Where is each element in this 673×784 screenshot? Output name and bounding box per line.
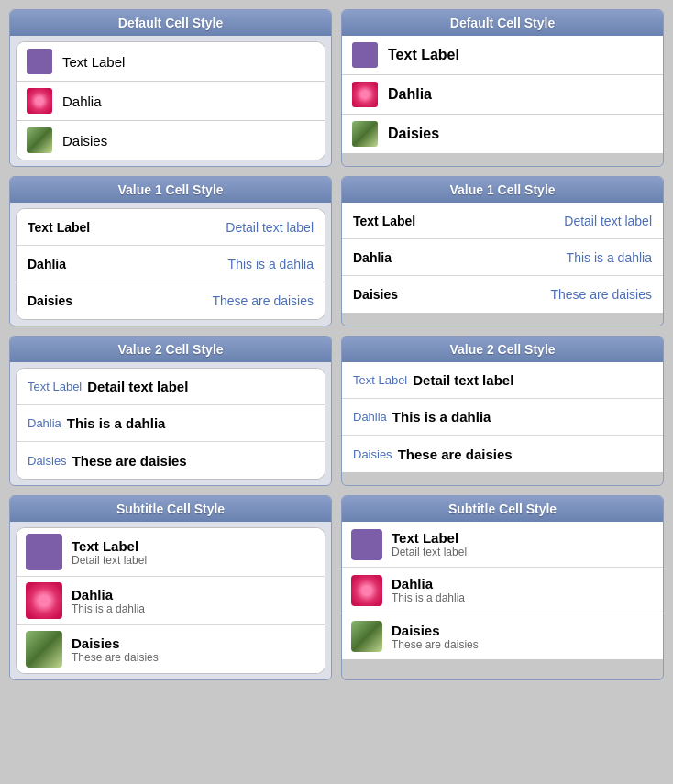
cell-label: Daisies xyxy=(388,126,439,142)
subtitle-right-body: Text Label Detail text label Dahlia This… xyxy=(342,522,663,659)
cell-detail: This is a dahlia xyxy=(228,257,314,271)
subtitle-right-header: Subtitle Cell Style xyxy=(342,496,663,522)
cell-label: Dahlia xyxy=(28,257,66,271)
table-row[interactable]: Daisies These are daisies xyxy=(17,625,325,673)
default-left-body: Text Label Dahlia Daisies xyxy=(10,36,331,166)
cell-detail: These are daisies xyxy=(212,293,314,308)
table-row[interactable]: Text Label Detail text label xyxy=(342,203,663,239)
cell-detail: Detail text label xyxy=(87,379,188,394)
table-row[interactable]: Dahlia This is a dahlia xyxy=(342,239,663,276)
value1-cell-left: Value 1 Cell Style Text Label Detail tex… xyxy=(9,176,332,326)
table-row[interactable]: Text Label xyxy=(342,36,663,75)
cell-detail: These are daisies xyxy=(398,447,513,462)
table-row[interactable]: Dahlia This is a dahlia xyxy=(17,405,325,442)
cell-label: Text Label xyxy=(353,373,407,387)
cell-detail: This is a dahlia xyxy=(392,409,491,425)
table-row[interactable]: Daisies These are daisies xyxy=(342,613,663,659)
table-row[interactable]: Dahlia This is a dahlia xyxy=(342,399,663,436)
purple-icon xyxy=(351,529,382,560)
cell-label: Dahlia xyxy=(392,576,465,591)
cell-label: Daisies xyxy=(353,287,398,302)
cell-label: Text Label xyxy=(62,54,125,70)
daisies-icon xyxy=(26,631,62,668)
subtitle-cell-left: Subtitle Cell Style Text Label Detail te… xyxy=(9,495,332,680)
table-row[interactable]: Text Label Detail text label xyxy=(342,362,663,399)
value2-cell-right: Value 2 Cell Style Text Label Detail tex… xyxy=(341,336,664,486)
table-row[interactable]: Dahlia This is a dahlia xyxy=(17,577,325,625)
dahlia-icon xyxy=(351,81,379,108)
cell-detail: This is a dahlia xyxy=(392,591,465,604)
cell-detail: Detail text label xyxy=(72,554,147,567)
daisies-icon xyxy=(351,621,382,652)
cell-text-group: Daisies These are daisies xyxy=(392,623,479,651)
cell-label: Daisies xyxy=(28,454,67,468)
cell-text-group: Text Label Detail text label xyxy=(72,538,147,567)
default-left-list: Text Label Dahlia Daisies xyxy=(16,41,325,160)
default-right-body: Text Label Dahlia Daisies xyxy=(342,36,663,153)
table-row[interactable]: Text Label Detail text label xyxy=(342,522,663,568)
cell-detail: These are daisies xyxy=(392,638,479,651)
table-row[interactable]: Text Label xyxy=(17,42,325,82)
dahlia-icon xyxy=(26,87,53,115)
table-row[interactable]: Daisies These are daisies xyxy=(342,436,663,472)
row-value1: Value 1 Cell Style Text Label Detail tex… xyxy=(9,176,664,326)
table-row[interactable]: Text Label Detail text label xyxy=(17,369,325,405)
cell-detail: Detail text label xyxy=(392,546,467,558)
cell-label: Dahlia xyxy=(353,250,392,265)
table-row[interactable]: Dahlia This is a dahlia xyxy=(17,246,325,282)
cell-label: Text Label xyxy=(353,214,415,228)
table-row[interactable]: Dahlia xyxy=(17,82,325,121)
cell-label: Dahlia xyxy=(72,587,145,602)
table-row[interactable]: Dahlia This is a dahlia xyxy=(342,568,663,613)
cell-detail: This is a dahlia xyxy=(567,250,652,265)
purple-icon xyxy=(26,48,53,75)
cell-label: Text Label xyxy=(388,47,459,63)
default-left-header: Default Cell Style xyxy=(10,10,331,36)
table-row[interactable]: Daisies xyxy=(17,121,325,160)
dahlia-icon xyxy=(26,582,62,619)
cell-label: Daisies xyxy=(392,623,479,638)
cell-label: Dahlia xyxy=(28,416,61,430)
table-row[interactable]: Daisies These are daisies xyxy=(17,442,325,479)
cell-detail: Detail text label xyxy=(413,372,513,388)
cell-label: Dahlia xyxy=(353,410,387,424)
row-default: Default Cell Style Text Label Dahlia xyxy=(9,9,664,167)
table-row[interactable]: Daisies These are daisies xyxy=(342,276,663,313)
cell-label: Text Label xyxy=(28,220,90,235)
cell-label: Text Label xyxy=(28,380,82,393)
row-subtitle: Subtitle Cell Style Text Label Detail te… xyxy=(9,495,664,680)
cell-detail: These are daisies xyxy=(550,287,652,302)
cell-label: Daisies xyxy=(353,447,392,461)
value1-left-body: Text Label Detail text label Dahlia This… xyxy=(10,203,331,326)
cell-detail: This is a dahlia xyxy=(72,602,145,615)
row-value2: Value 2 Cell Style Text Label Detail tex… xyxy=(9,336,664,486)
cell-label: Daisies xyxy=(72,635,159,651)
value1-right-header: Value 1 Cell Style xyxy=(342,177,663,203)
default-cell-left: Default Cell Style Text Label Dahlia xyxy=(9,9,332,167)
cell-label: Text Label xyxy=(392,530,467,546)
default-right-header: Default Cell Style xyxy=(342,10,663,36)
table-row[interactable]: Text Label Detail text label xyxy=(17,209,325,246)
cell-detail: This is a dahlia xyxy=(67,415,166,431)
table-row[interactable]: Daisies These are daisies xyxy=(17,282,325,319)
cell-label: Daisies xyxy=(28,293,72,308)
purple-icon xyxy=(26,534,62,570)
value1-left-list: Text Label Detail text label Dahlia This… xyxy=(16,208,325,320)
value1-left-header: Value 1 Cell Style xyxy=(10,177,331,203)
cell-label: Daisies xyxy=(62,133,107,149)
value1-right-body: Text Label Detail text label Dahlia This… xyxy=(342,203,663,313)
table-row[interactable]: Daisies xyxy=(342,115,663,153)
value2-left-list: Text Label Detail text label Dahlia This… xyxy=(16,368,325,480)
value2-right-body: Text Label Detail text label Dahlia This… xyxy=(342,362,663,472)
value2-right-header: Value 2 Cell Style xyxy=(342,337,663,362)
cell-detail: These are daisies xyxy=(72,453,187,469)
daisies-icon xyxy=(351,120,379,148)
cell-detail: Detail text label xyxy=(564,214,652,228)
table-row[interactable]: Dahlia xyxy=(342,75,663,115)
table-row[interactable]: Text Label Detail text label xyxy=(17,528,325,577)
daisies-icon xyxy=(26,127,53,154)
purple-icon xyxy=(351,41,379,69)
cell-label: Dahlia xyxy=(62,94,102,109)
cell-label: Text Label xyxy=(72,538,147,554)
cell-text-group: Text Label Detail text label xyxy=(392,530,467,558)
